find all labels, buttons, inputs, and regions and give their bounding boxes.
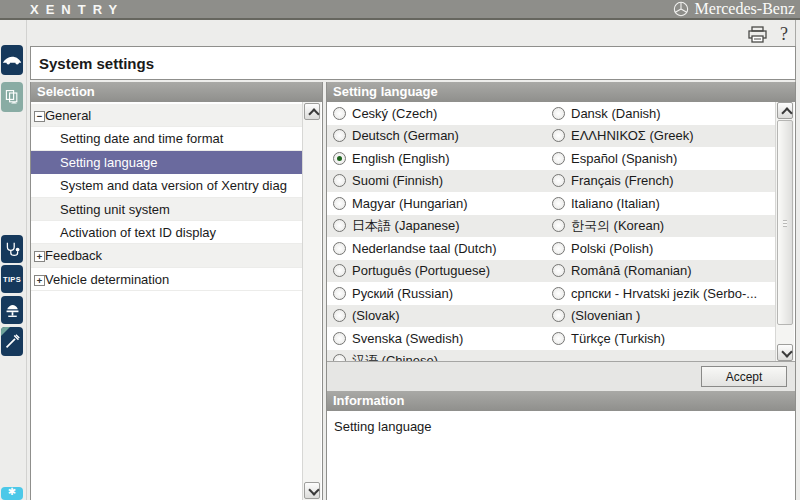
scroll-up-icon[interactable] [304,103,320,120]
language-option-label: English (English) [352,151,450,166]
language-option-chinese[interactable]: 汉语 (Chinese) [327,350,546,362]
radio-icon[interactable] [552,174,565,187]
language-option-label: 한국의 (Korean) [571,217,664,235]
radio-icon[interactable] [552,242,565,255]
radio-icon[interactable] [333,152,346,165]
language-option-t-rk-e-turkish[interactable]: Türkçe (Turkish) [546,327,776,350]
radio-icon[interactable] [333,264,346,277]
xentry-logo: XENTRY [30,2,124,17]
language-option-portugu-s-portuguese[interactable]: Português (Portuguese) [327,260,546,283]
radio-icon[interactable] [333,309,346,322]
language-option-english-english[interactable]: English (English) [327,147,546,170]
language-option-label: ΕΛΛΗΝΙΚΟΣ (Greek) [571,128,694,143]
language-option-deutsch-german[interactable]: Deutsch (German) [327,125,546,148]
language-option-magyar-hungarian[interactable]: Magyar (Hungarian) [327,192,546,215]
language-option-label: Руский (Russian) [352,286,453,301]
language-option-label: српски - Hrvatski jezik (Serbo-... [571,286,757,301]
scroll-down-icon[interactable] [777,344,793,361]
accept-button[interactable]: Accept [701,366,787,387]
collapse-icon[interactable]: − [34,111,45,122]
tree-item-label: Vehicle determination [45,268,169,291]
tree-item-vehicle-determination[interactable]: +Vehicle determination [31,268,303,291]
language-row: Deutsch (German)ΕΛΛΗΝΙΚΟΣ (Greek) [327,125,776,148]
selection-scrollbar[interactable] [302,102,321,500]
language-option-cesk-czech[interactable]: Ceský (Czech) [327,102,546,125]
radio-icon[interactable] [333,354,346,361]
radio-icon[interactable] [333,197,346,210]
radio-icon[interactable] [333,129,346,142]
scrollbar-thumb[interactable] [777,120,793,325]
radio-icon[interactable] [552,332,565,345]
expand-icon[interactable]: + [34,251,45,262]
selection-tree: −GeneralSetting date and time formatSett… [31,104,303,291]
tree-item-general[interactable]: −General [31,104,303,127]
car-lift-icon[interactable] [1,296,23,324]
tools-icon[interactable] [1,327,23,356]
radio-icon[interactable] [552,309,565,322]
language-option-greek[interactable]: ΕΛΛΗΝΙΚΟΣ (Greek) [546,125,776,148]
radio-icon[interactable] [333,332,346,345]
language-option-label: Français (French) [571,173,674,188]
mercedes-star-icon [673,1,689,17]
radio-icon[interactable] [552,197,565,210]
tree-item-label: Setting language [60,151,158,174]
print-icon[interactable] [747,26,768,43]
tips-label: TIPS [3,275,21,284]
language-option-espa-ol-spanish[interactable]: Español (Spanish) [546,147,776,170]
help-icon[interactable]: ? [780,24,788,45]
page-title-box: System settings [30,46,796,80]
language-option-polski-polish[interactable]: Polski (Polish) [546,237,776,260]
tree-item-setting-date-and-time-format[interactable]: Setting date and time format [31,127,303,150]
vehicle-icon[interactable] [1,45,23,75]
diagnosis-icon[interactable] [1,235,23,263]
language-list: Ceský (Czech)Dansk (Danish)Deutsch (Germ… [327,102,776,361]
tree-item-setting-language[interactable]: Setting language [31,151,303,174]
language-option-slovak[interactable]: (Slovak) [327,305,546,328]
car-lift-glyph-icon [4,302,21,319]
language-option-slovenian[interactable]: (Slovenian ) [546,305,776,328]
scroll-down-icon[interactable] [304,482,320,499]
language-option-svenska-swedish[interactable]: Svenska (Swedish) [327,327,546,350]
radio-icon[interactable] [552,107,565,120]
language-row: 日本語 (Japanese)한국의 (Korean) [327,215,776,238]
language-option-russian[interactable]: Руский (Russian) [327,282,546,305]
language-option-suomi-finnish[interactable]: Suomi (Finnish) [327,170,546,193]
tree-item-system-and-data-version-of-xentry-diag[interactable]: System and data version of Xentry diag [31,174,303,197]
language-option-japanese[interactable]: 日本語 (Japanese) [327,215,546,238]
language-option-label: Dansk (Danish) [571,106,661,121]
stethoscope-glyph-icon [4,241,21,258]
radio-icon[interactable] [552,287,565,300]
scroll-up-icon[interactable] [777,102,793,119]
radio-icon[interactable] [333,107,346,120]
language-option-label: 汉语 (Chinese) [352,352,438,361]
language-option-label: Español (Spanish) [571,151,677,166]
language-scrollbar[interactable] [775,102,794,361]
tree-item-activation-of-text-id-display[interactable]: Activation of text ID display [31,221,303,244]
settings-star-icon[interactable]: ✱ [1,487,23,500]
radio-icon[interactable] [333,219,346,232]
language-option-label: (Slovak) [352,308,400,323]
radio-icon[interactable] [333,242,346,255]
quick-test-icon[interactable] [1,82,23,112]
language-option-label: Türkçe (Turkish) [571,331,665,346]
radio-icon[interactable] [552,129,565,142]
tree-item-setting-unit-system[interactable]: Setting unit system [31,198,303,221]
expand-icon[interactable]: + [34,275,45,286]
language-option-nederlandse-taal-dutch[interactable]: Nederlandse taal (Dutch) [327,237,546,260]
language-option-dansk-danish[interactable]: Dansk (Danish) [546,102,776,125]
radio-icon[interactable] [333,287,346,300]
tree-item-feedback[interactable]: +Feedback [31,244,303,267]
toolbar: ? [0,20,796,46]
radio-icon[interactable] [333,174,346,187]
language-option-label: Suomi (Finnish) [352,173,443,188]
language-option-italiano-italian[interactable]: Italiano (Italian) [546,192,776,215]
language-option-rom-n-romanian[interactable]: Română (Romanian) [546,260,776,283]
tree-item-label: Feedback [45,244,102,267]
tips-icon[interactable]: TIPS [1,265,23,293]
radio-icon[interactable] [552,219,565,232]
language-option-korean[interactable]: 한국의 (Korean) [546,215,776,238]
radio-icon[interactable] [552,152,565,165]
radio-icon[interactable] [552,264,565,277]
language-option-hrvatski-jezik-serbo[interactable]: српски - Hrvatski jezik (Serbo-... [546,282,776,305]
language-option-fran-ais-french[interactable]: Français (French) [546,170,776,193]
